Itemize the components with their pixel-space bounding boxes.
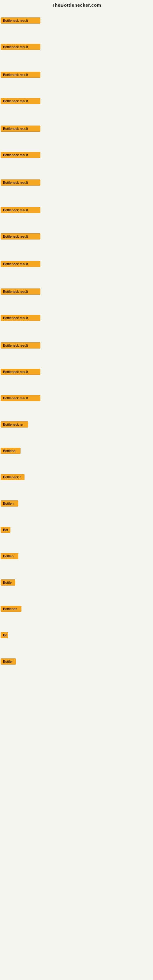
bottleneck-badge-row: Bottleneck result [1,261,40,268]
bottleneck-badge-row: Bottleneck result [1,369,40,376]
bottleneck-badge-row: Bottleneck result [1,98,40,105]
bottleneck-badge[interactable]: Bottler [1,659,16,665]
bottleneck-badge[interactable]: Bottleneck result [1,72,40,78]
bottleneck-badge[interactable]: Bottleneck result [1,44,40,50]
bottleneck-badge-row: Bottlene [1,448,21,455]
bottleneck-badge[interactable]: Bottleneck re [1,422,28,428]
bottleneck-badge[interactable]: Bottleneck result [1,180,40,186]
bottleneck-badge-row: Bottleneck result [1,180,40,187]
bottleneck-badge[interactable]: Bottlen [1,500,18,506]
bottleneck-badge-row: Bottleneck result [1,44,40,51]
bottleneck-badge-row: Bottle [1,579,15,587]
bottleneck-badge-row: Bottleneck result [1,288,40,296]
bottleneck-badge[interactable]: Bottleneck result [1,288,40,294]
bottleneck-badge-row: Bottlenec [1,606,21,613]
bottleneck-badge[interactable]: Bottlene [1,448,21,454]
bottleneck-badge[interactable]: Bottleneck result [1,261,40,267]
bottleneck-badge[interactable]: Bottleneck result [1,98,40,104]
bottleneck-badge-row: Bottleneck result [1,342,40,350]
bottleneck-badge[interactable]: Bottleneck result [1,18,40,24]
bottleneck-badge-row: Bottleneck result [1,126,40,133]
bottleneck-badge[interactable]: Bottleneck result [1,126,40,132]
bottleneck-badge[interactable]: Bottlenec [1,606,21,612]
bottleneck-badge[interactable]: Bottleneck result [1,395,40,401]
bottleneck-badge-row: Bo [1,632,8,640]
bottleneck-badge-row: Bot [1,527,10,534]
bottleneck-badge[interactable]: Bottleneck r [1,474,24,480]
bottleneck-badge-row: Bottleneck result [1,233,40,241]
site-header: TheBottlenecker.com [0,0,153,9]
bottleneck-badge-row: Bottleneck result [1,395,40,402]
bottleneck-badge-row: Bottleneck result [1,18,40,25]
bottleneck-badge-row: Bottlen [1,553,18,560]
bottleneck-badge[interactable]: Bottle [1,579,15,585]
bottleneck-badge[interactable]: Bottlen [1,553,18,559]
bottleneck-badge[interactable]: Bottleneck result [1,315,40,321]
bottleneck-badge[interactable]: Bottleneck result [1,207,40,213]
bottleneck-badge-row: Bottler [1,659,16,666]
bottleneck-badge-row: Bottleneck r [1,474,24,481]
bottleneck-badge-row: Bottleneck result [1,152,40,159]
bottleneck-badge[interactable]: Bottleneck result [1,233,40,240]
bottleneck-badge[interactable]: Bottleneck result [1,369,40,375]
bottleneck-badge-row: Bottleneck result [1,315,40,322]
bottleneck-badge-row: Bottleneck result [1,72,40,79]
bottleneck-badge-row: Bottleneck re [1,422,28,429]
bottleneck-badge[interactable]: Bot [1,527,10,533]
bottleneck-badge-row: Bottlen [1,500,18,508]
bottleneck-badge[interactable]: Bottleneck result [1,152,40,158]
bottleneck-badge-row: Bottleneck result [1,207,40,215]
bottleneck-badge[interactable]: Bottleneck result [1,342,40,348]
bottleneck-badge[interactable]: Bo [1,632,8,638]
